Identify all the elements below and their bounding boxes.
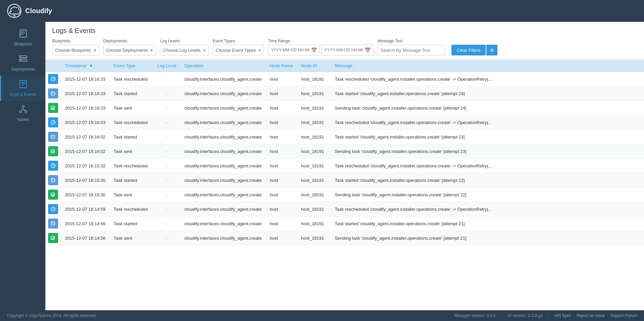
row-node-name: host: [266, 144, 297, 159]
row-event-type: Task sent: [110, 188, 153, 202]
row-message: Task rescheduled 'cloudify_agent.install…: [331, 72, 644, 86]
report-issue-link[interactable]: Report an Issue: [576, 313, 605, 318]
row-node-name: host: [266, 159, 297, 173]
logo: Cloudify: [7, 3, 52, 18]
log-levels-select[interactable]: Choose Log Levels ▾: [160, 45, 208, 55]
copyright-text: Copyright © GigaSpaces 2014, All rights …: [7, 313, 97, 318]
message-text-input[interactable]: [377, 45, 445, 55]
row-node-id: host_18191: [297, 216, 331, 231]
sidebar-item-logs-events[interactable]: Logs & Events: [0, 76, 45, 101]
col-node-name: Node Name: [266, 60, 297, 72]
date-to-input[interactable]: [324, 48, 363, 52]
blueprints-select[interactable]: Choose Blueprints ▾: [52, 45, 99, 55]
app-title: Cloudify: [25, 7, 52, 15]
row-icon-cell: [45, 72, 61, 86]
logs-table: Timestamp ▼ Event Type Log Level Operati…: [45, 60, 644, 245]
row-icon-cell: [45, 101, 61, 115]
footer-separator-2: |: [548, 313, 549, 318]
calendar-to-icon: 📅: [365, 47, 370, 53]
row-icon-cell: [45, 231, 61, 245]
date-from-input[interactable]: [271, 48, 310, 52]
row-event-type: Task rescheduled: [110, 159, 153, 173]
col-timestamp[interactable]: Timestamp ▼: [61, 60, 110, 72]
event-types-select[interactable]: Choose Event Types ▾: [213, 45, 264, 55]
row-log-level: -: [153, 231, 180, 245]
manager-version: Manager version: 3.3.0: [454, 313, 495, 318]
row-timestamp: 2015-12-07 18:16:33: [61, 101, 110, 115]
sidebar-item-blueprints[interactable]: Blueprints: [0, 25, 45, 50]
row-event-type: Task sent: [110, 231, 153, 245]
table-header-row: Timestamp ▼ Event Type Log Level Operati…: [45, 60, 644, 72]
row-message: Task started 'cloudify_agent.installer.o…: [331, 86, 644, 101]
sidebar-item-nodes[interactable]: Nodes: [0, 101, 45, 126]
row-node-name: host: [266, 130, 297, 144]
event-icon: [48, 161, 58, 171]
event-icon: [48, 233, 58, 243]
row-event-type: Task rescheduled: [110, 115, 153, 130]
blueprints-chevron-icon: ▾: [94, 48, 96, 53]
row-node-name: host: [266, 86, 297, 101]
row-message: Task started 'cloudify_agent.installer.o…: [331, 216, 644, 231]
row-event-type: Task rescheduled: [110, 202, 153, 216]
row-message: Sending task 'cloudify_agent.installer.o…: [331, 101, 644, 115]
sidebar-deployments-label: Deployments: [11, 67, 35, 72]
settings-button[interactable]: ⚙: [486, 45, 497, 55]
support-forum-link[interactable]: Support Forum: [610, 313, 637, 318]
blueprints-icon: [19, 29, 28, 40]
table-row: 2015-12-07 18:15:30 Task started - cloud…: [45, 173, 644, 188]
row-event-type: Task sent: [110, 144, 153, 159]
row-node-id: host_18191: [297, 173, 331, 188]
svg-point-11: [21, 60, 22, 61]
time-range-label: Time Range:: [268, 39, 373, 43]
row-node-name: host: [266, 216, 297, 231]
row-node-id: host_18191: [297, 130, 331, 144]
row-operation: cloudify.interfaces.cloudify_agent.creat…: [180, 72, 266, 86]
row-log-level: -: [153, 159, 180, 173]
row-icon-cell: [45, 130, 61, 144]
table-row: 2015-12-07 18:16:33 Task started - cloud…: [45, 86, 644, 101]
blueprints-label: Blueprints:: [52, 39, 99, 43]
row-icon-cell: [45, 202, 61, 216]
event-icon: [48, 88, 58, 98]
table-body: 2015-12-07 18:16:33 Task rescheduled - c…: [45, 72, 644, 245]
footer-separator-1: |: [501, 313, 502, 318]
row-node-name: host: [266, 72, 297, 86]
row-operation: cloudify.interfaces.cloudify_agent.creat…: [180, 188, 266, 202]
row-log-level: -: [153, 86, 180, 101]
event-types-select-value: Choose Event Types: [216, 48, 256, 53]
col-event-type: Event Type: [110, 60, 153, 72]
sidebar-logs-label: Logs & Events: [10, 92, 36, 97]
settings-icon: ⚙: [490, 48, 494, 53]
svg-line-21: [23, 109, 26, 111]
event-icon: [48, 175, 58, 185]
row-operation: cloudify.interfaces.cloudify_agent.creat…: [180, 86, 266, 101]
deployments-label: Deployments:: [103, 39, 156, 43]
deployments-select-value: Choose Deployments: [106, 48, 148, 53]
row-timestamp: 2015-12-07 18:15:30: [61, 188, 110, 202]
row-timestamp: 2015-12-07 18:15:32: [61, 159, 110, 173]
row-log-level: -: [153, 188, 180, 202]
row-node-name: host: [266, 188, 297, 202]
svg-rect-7: [19, 31, 21, 36]
row-log-level: -: [153, 130, 180, 144]
date-from-input-wrapper: 📅: [268, 45, 320, 55]
row-operation: cloudify.interfaces.cloudify_agent.creat…: [180, 231, 266, 245]
row-operation: cloudify.interfaces.cloudify_agent.creat…: [180, 173, 266, 188]
clear-filters-button[interactable]: Clear Filters: [451, 45, 486, 55]
api-spec-link[interactable]: API Spec: [554, 313, 571, 318]
row-timestamp: 2015-12-07 18:16:03: [61, 115, 110, 130]
calendar-from-icon: 📅: [311, 47, 317, 53]
logs-events-icon: [19, 80, 28, 90]
table-row: 2015-12-07 18:16:33 Task sent - cloudify…: [45, 101, 644, 115]
col-message: Message: [331, 60, 644, 72]
row-timestamp: 2015-12-07 18:15:30: [61, 173, 110, 188]
event-icon: [48, 190, 58, 200]
table-row: 2015-12-07 18:15:30 Task sent - cloudify…: [45, 188, 644, 202]
deployments-select[interactable]: Choose Deployments ▾: [103, 45, 156, 55]
row-node-id: host_18191: [297, 159, 331, 173]
row-operation: cloudify.interfaces.cloudify_agent.creat…: [180, 130, 266, 144]
row-event-type: Task started: [110, 86, 153, 101]
action-buttons: Clear Filters ⚙: [451, 45, 497, 55]
sidebar-item-deployments[interactable]: Deployments: [0, 50, 45, 76]
svg-rect-18: [25, 111, 27, 113]
